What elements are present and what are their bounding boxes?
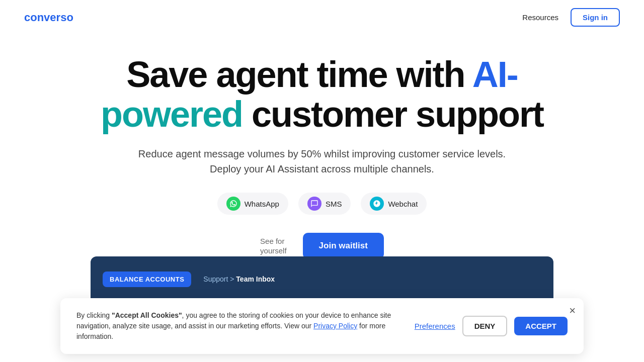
whatsapp-label: WhatsApp [245,200,279,208]
logo-text: converso [24,11,73,24]
hero-title-part2: customer support [243,94,543,134]
sms-label: SMS [326,200,342,208]
cookie-text-before: By clicking [76,311,112,319]
hero-title-part1: Save agent time with [126,54,472,95]
bottom-strip: BALANCE ACCOUNTS Support > Team Inbox [91,256,553,302]
cookie-actions: Preferences DENY ACCEPT [415,316,568,336]
privacy-policy-link[interactable]: Privacy Policy [313,322,357,330]
hero-title-ai: AI- [472,54,518,95]
channel-webchat: Webchat [361,193,427,215]
preferences-button[interactable]: Preferences [415,322,455,330]
channels-row: WhatsApp SMS Webchat [40,193,604,215]
cookie-banner: × By clicking "Accept All Cookies", you … [60,298,584,354]
hero-title: Save agent time with AI- powered custome… [40,55,604,134]
resources-link[interactable]: Resources [522,13,558,22]
whatsapp-icon [226,197,240,211]
cookie-text: By clicking "Accept All Cookies", you ag… [76,310,398,342]
see-yourself-text: See for yourself [260,236,287,256]
webchat-label: Webchat [388,200,418,208]
join-waitlist-button[interactable]: Join waitlist [303,233,384,259]
logo: converso [24,11,73,24]
team-inbox-label: Team Inbox [236,275,275,283]
hero-section: Save agent time with AI- powered custome… [0,35,644,259]
channel-sms: SMS [298,193,351,215]
signin-button[interactable]: Sign in [571,8,620,27]
webchat-icon [370,197,384,211]
cookie-close-button[interactable]: × [569,305,576,316]
hero-title-powered: powered [101,94,243,134]
navbar: converso Resources Sign in [0,0,644,35]
cta-row: See for yourself Join waitlist [40,233,604,259]
accept-button[interactable]: ACCEPT [514,317,568,335]
balance-badge: BALANCE ACCOUNTS [103,272,191,287]
cookie-bold: "Accept All Cookies" [112,311,182,319]
nav-right: Resources Sign in [522,8,620,27]
channel-whatsapp: WhatsApp [217,193,288,215]
deny-button[interactable]: DENY [462,316,508,336]
breadcrumb-path: Support > Team Inbox [203,275,275,283]
hero-subtitle: Reduce agent message volumes by 50% whil… [126,146,518,176]
sms-icon [307,197,321,211]
